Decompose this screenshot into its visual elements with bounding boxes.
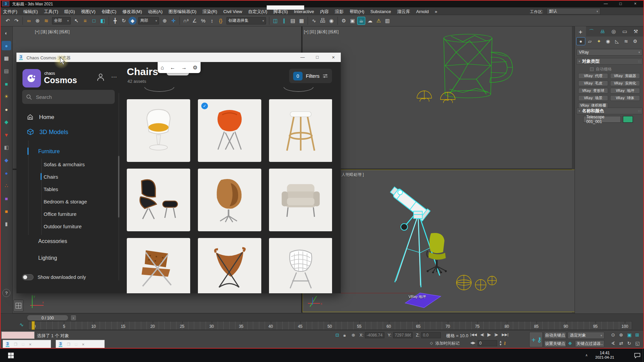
zoom-all-icon[interactable]: ⊕ (619, 332, 623, 338)
dots-orange-icon[interactable]: ∴ (2, 181, 11, 190)
asset-card-tulip-armchair[interactable] (127, 99, 190, 162)
search-box[interactable] (22, 90, 115, 104)
asset-card-barcelona-chair[interactable] (127, 238, 190, 293)
cylinder-icon[interactable]: ▮ (2, 219, 11, 229)
maximize-viewport-icon[interactable]: ◱ (635, 341, 640, 346)
cloud-render-icon[interactable]: ☁ (366, 17, 374, 25)
snap-percent-icon[interactable]: % (199, 17, 207, 25)
object-type-rollout[interactable]: ▾ 对象类型 ∷ (576, 58, 643, 65)
vray-button-vray-地坪[interactable]: VRay 地坪 (610, 88, 640, 94)
render-setup-icon[interactable]: ⚙ (340, 17, 348, 25)
asset-library-icon[interactable]: ▥ (383, 17, 391, 25)
scene-sphere-icon[interactable]: ● (2, 41, 11, 50)
pan-icon[interactable]: ⇄ (619, 341, 623, 346)
office-chair-object[interactable] (421, 231, 456, 273)
fov-icon[interactable]: ∢ (611, 341, 615, 346)
sidebar-item-tables[interactable]: Tables (44, 186, 58, 192)
select-by-name-icon[interactable]: ≡ (81, 17, 89, 25)
snap-angle-icon[interactable]: ∠ (191, 17, 199, 25)
sphere-cream-icon[interactable]: ● (2, 105, 11, 114)
current-frame-field[interactable] (478, 340, 497, 346)
maximize-button[interactable]: □ (614, 0, 627, 7)
orange-box-icon[interactable]: ■ (2, 206, 11, 216)
tab-motion[interactable]: ◎ (608, 26, 619, 37)
schematic-view-icon[interactable]: 品 (319, 17, 327, 25)
ribbon-icon[interactable]: ▦ (298, 17, 306, 25)
minimized-window-2[interactable]: 3 ❐ □ × (56, 340, 105, 349)
name-color-rollout[interactable]: ▾ 名称和颜色 ∷ (576, 108, 643, 114)
center-pivot-icon[interactable]: ⊕ (161, 17, 169, 25)
rendered-frame-icon[interactable]: ▣ (348, 17, 357, 25)
restore-icon2[interactable]: ❐ (67, 342, 70, 347)
cosmos-maximize-button[interactable]: □ (310, 53, 325, 62)
vray-button-vray-球体[interactable]: VRay 球体 (610, 95, 640, 101)
manipulate-icon[interactable]: ✛ (169, 17, 177, 25)
key-filters-button[interactable]: 关键点过滤器.. (575, 340, 604, 347)
list-icon[interactable]: ▤ (2, 66, 11, 76)
sidebar-item-office-furniture[interactable]: Office furniture (44, 211, 76, 217)
snap-spinner-icon[interactable]: ↕ (208, 17, 216, 25)
close-button[interactable]: × (629, 0, 642, 7)
menu-item-14[interactable]: 内容 (317, 7, 332, 15)
menu-item-17[interactable]: Substance (367, 8, 394, 15)
menu-item-4[interactable]: 视图(V) (78, 7, 98, 15)
time-slider-marker[interactable] (32, 321, 35, 330)
play-icon[interactable]: ▶ (487, 332, 491, 337)
sidebar-item-home[interactable]: Home (27, 114, 54, 121)
sidebar-item-outdoor-furniture[interactable]: Outdoor furniture (44, 224, 82, 229)
key-filter-paw-icon[interactable]: ❉ (568, 341, 572, 346)
track-bar[interactable]: 0510152025303540455055606570758085909510… (28, 321, 632, 330)
autogrid-row[interactable]: 自动栅格 (590, 66, 612, 72)
asset-card-orange-shell-chair[interactable]: ✓ (198, 99, 261, 162)
scale-icon[interactable]: ◆ (128, 17, 137, 25)
frame-spinner[interactable]: ▲▼ (499, 340, 502, 346)
tray-clock[interactable]: 14:41 2021-04-21 (593, 351, 616, 359)
menu-item-10[interactable]: Civil View (220, 8, 245, 15)
asset-card-lounge-chair-ottoman[interactable] (127, 169, 190, 231)
sidebar-scrollbar-thumb[interactable] (118, 156, 119, 218)
sidebar-item-chairs[interactable]: Chairs (44, 174, 58, 180)
workspace-dropdown[interactable]: 默认 ▾ (547, 8, 600, 14)
curve-editor-icon[interactable]: ∿ (310, 17, 318, 25)
restore-icon[interactable]: ❐ (14, 342, 17, 347)
warning-icon[interactable]: ⚠ (375, 17, 383, 25)
cat-systems[interactable]: ⚙ (631, 37, 640, 45)
object-color-swatch[interactable] (623, 116, 633, 123)
mini-curve-editor-icon[interactable]: ∿ (19, 322, 24, 328)
more-menu-icon[interactable]: … (111, 72, 118, 79)
half-box-icon[interactable]: ◧ (2, 143, 11, 152)
diamond-teal-icon[interactable]: ◆ (2, 117, 11, 127)
time-slider-value[interactable]: 0 / 100 (27, 315, 68, 321)
rect-region-icon[interactable]: □ (90, 17, 98, 25)
help-icon[interactable]: ? (2, 289, 10, 297)
renderer-category-dropdown[interactable]: VRay ▾ (577, 49, 642, 56)
cat-spacewarps[interactable]: ≋ (622, 37, 631, 45)
teal-cube-icon[interactable]: ■ (2, 79, 11, 88)
viewport-persp-label[interactable]: 人明暗处理 ] (341, 172, 364, 178)
viewport-layout-tabs[interactable] (13, 300, 23, 312)
y-coordinate-field[interactable] (393, 332, 413, 338)
cosmos-titlebar[interactable]: 3 Chaos Cosmos 浏览器 — □ × (16, 53, 341, 62)
unlink-icon[interactable]: ⊗ (34, 17, 42, 25)
filters-button[interactable]: 0 Filters (289, 69, 332, 83)
previous-frame-icon[interactable]: ◀| (480, 333, 484, 337)
viewport-top-label[interactable]: [+] [顶] [标准] [线框] (35, 29, 70, 35)
vray-button-vray-实例化[interactable]: VRay 实例化 (610, 80, 640, 86)
bind-spacewarp-icon[interactable]: ≋ (42, 17, 50, 25)
minimize-button[interactable]: — (599, 0, 612, 7)
vray-button-vray-剪裁器[interactable]: VRay 剪裁器 (610, 73, 640, 79)
maxscript-mini-listener[interactable] (1, 331, 35, 339)
cat-lights[interactable]: ✦ (594, 37, 603, 45)
mirror-icon[interactable]: ◫ (271, 17, 279, 25)
auto-key-button[interactable]: 自动关键点 (544, 332, 566, 339)
sidebar-item-3d-models[interactable]: 3D Models (27, 128, 68, 136)
tab-utilities[interactable]: ⚒ (630, 26, 641, 37)
cat-shapes[interactable]: ▱ (585, 37, 594, 45)
cat-helpers[interactable]: ◺ (612, 37, 622, 45)
menu-item-9[interactable]: 渲染(R) (200, 7, 220, 15)
asset-card-bar-stool[interactable] (269, 99, 332, 162)
set-key-button[interactable]: 设置关键点 (544, 340, 566, 347)
cat-geometry[interactable]: ● (576, 37, 585, 45)
menu-item-16[interactable]: 帮助(H) (346, 7, 367, 15)
render-icon[interactable]: ☕ (357, 17, 365, 25)
